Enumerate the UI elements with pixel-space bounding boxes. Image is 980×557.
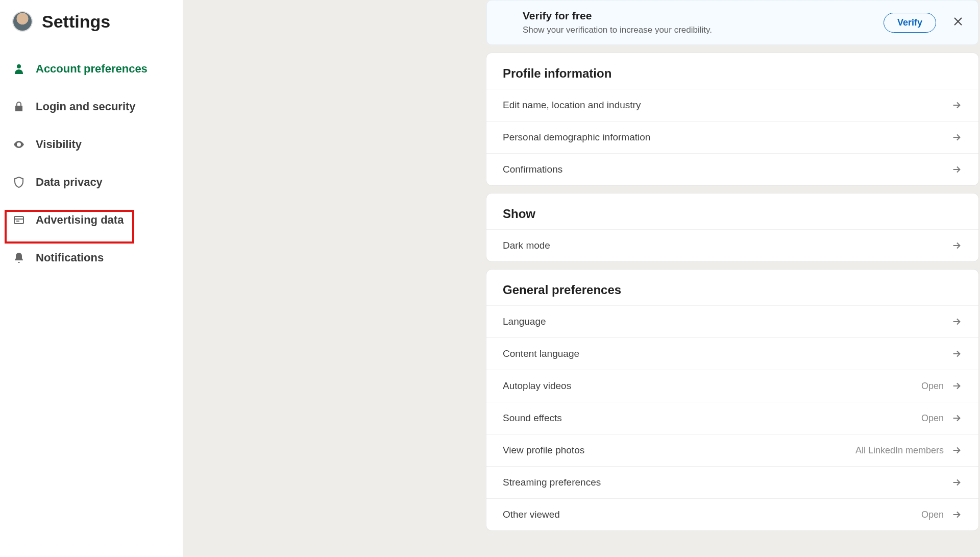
row-label: Personal demographic information <box>503 132 951 143</box>
row-label: Sound effects <box>503 413 921 424</box>
row-autoplay-videos[interactable]: Autoplay videos Open <box>486 370 978 402</box>
arrow-right-icon <box>951 100 962 111</box>
sidebar-item-label: Account preferences <box>36 62 148 76</box>
main-content: Verify for free Show your verification t… <box>183 0 980 557</box>
sidebar-item-label: Visibility <box>36 138 82 151</box>
banner-title: Verify for free <box>523 10 884 22</box>
shield-icon <box>12 176 26 189</box>
row-edit-name-location-industry[interactable]: Edit name, location and industry <box>486 89 978 121</box>
row-sound-effects[interactable]: Sound effects Open <box>486 402 978 434</box>
verify-banner: Verify for free Show your verification t… <box>486 0 978 45</box>
section-title: Profile information <box>486 53 978 89</box>
bell-icon <box>12 251 26 264</box>
arrow-right-icon <box>951 380 962 392</box>
arrow-right-icon <box>951 316 962 327</box>
row-dark-mode[interactable]: Dark mode <box>486 229 978 261</box>
lock-icon <box>12 100 26 113</box>
row-confirmations[interactable]: Confirmations <box>486 153 978 185</box>
sidebar-item-data-privacy[interactable]: Data privacy <box>0 163 183 201</box>
section-title: Show <box>486 193 978 229</box>
card-icon <box>12 213 26 227</box>
sidebar-header: Settings <box>0 11 183 46</box>
row-label: Language <box>503 316 951 327</box>
row-language[interactable]: Language <box>486 305 978 337</box>
row-value: Open <box>921 381 944 392</box>
sidebar-item-account-preferences[interactable]: Account preferences <box>0 50 183 88</box>
svg-rect-1 <box>14 216 23 224</box>
section-general-preferences: General preferences Language Content lan… <box>486 270 978 530</box>
section-profile-information: Profile information Edit name, location … <box>486 53 978 185</box>
page-title: Settings <box>42 12 110 32</box>
section-show: Show Dark mode <box>486 193 978 261</box>
row-value: All LinkedIn members <box>855 445 944 456</box>
svg-point-0 <box>17 64 21 68</box>
row-label: Dark mode <box>503 240 951 251</box>
arrow-right-icon <box>951 413 962 424</box>
row-label: Confirmations <box>503 164 951 175</box>
arrow-right-icon <box>951 477 962 488</box>
sidebar-item-visibility[interactable]: Visibility <box>0 126 183 163</box>
row-view-profile-photos[interactable]: View profile photos All LinkedIn members <box>486 434 978 466</box>
person-icon <box>12 62 26 76</box>
settings-sidebar: Settings Account preferences Login and s… <box>0 0 183 557</box>
row-label: Content language <box>503 348 951 359</box>
row-label: Streaming preferences <box>503 477 951 488</box>
row-label: Edit name, location and industry <box>503 100 951 111</box>
arrow-right-icon <box>951 132 962 143</box>
arrow-right-icon <box>951 240 962 251</box>
row-label: Other viewed <box>503 509 921 520</box>
row-value: Open <box>921 510 944 520</box>
sidebar-nav: Account preferences Login and security V… <box>0 46 183 277</box>
arrow-right-icon <box>951 348 962 359</box>
sidebar-item-login-security[interactable]: Login and security <box>0 88 183 126</box>
avatar[interactable] <box>12 11 33 32</box>
sidebar-item-label: Data privacy <box>36 176 103 189</box>
row-label: View profile photos <box>503 445 855 456</box>
row-label: Autoplay videos <box>503 380 921 392</box>
arrow-right-icon <box>951 509 962 520</box>
sidebar-item-advertising-data[interactable]: Advertising data <box>0 201 183 239</box>
row-personal-demographic[interactable]: Personal demographic information <box>486 121 978 153</box>
eye-icon <box>12 138 26 151</box>
sidebar-item-label: Notifications <box>36 251 104 264</box>
row-other-viewed[interactable]: Other viewed Open <box>486 498 978 530</box>
banner-subtitle: Show your verification to increase your … <box>523 25 884 35</box>
sidebar-item-notifications[interactable]: Notifications <box>0 239 183 277</box>
sidebar-item-label: Login and security <box>36 100 136 113</box>
section-title: General preferences <box>486 270 978 305</box>
arrow-right-icon <box>951 445 962 456</box>
arrow-right-icon <box>951 164 962 175</box>
row-streaming-preferences[interactable]: Streaming preferences <box>486 466 978 498</box>
row-content-language[interactable]: Content language <box>486 337 978 370</box>
row-value: Open <box>921 413 944 424</box>
verify-button[interactable]: Verify <box>884 13 936 33</box>
sidebar-item-label: Advertising data <box>36 213 124 227</box>
close-icon[interactable] <box>950 14 966 31</box>
